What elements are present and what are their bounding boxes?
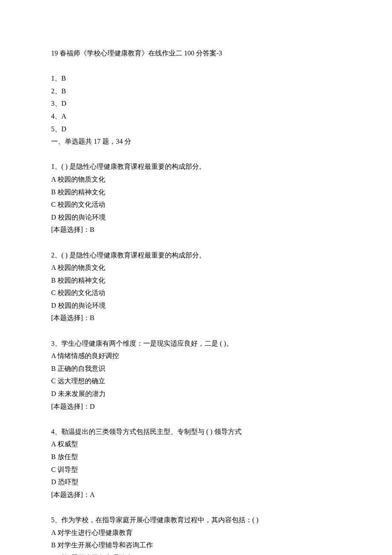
question-option: D 恐吓型 <box>51 476 341 489</box>
answer-num: 3、 <box>51 100 61 107</box>
question-answer: [本题选择]：A <box>51 489 341 501</box>
answer-letter: D <box>61 100 66 107</box>
question-block: 2、( ) 是隐性心理健康教育课程最重要的构成部分。 A 校园的物质文化 B 校… <box>51 249 341 325</box>
question-option: C 校园的文化活动 <box>51 286 341 299</box>
question-stem: 5、作为学校，在指导家庭开展心理健康教育过程中，其内容包括：( ) <box>51 514 341 526</box>
quick-answer-list: 1、B 2、B 3、D 4、A 5、D <box>51 72 341 135</box>
question-option: A 校园的物质文化 <box>51 173 341 186</box>
quick-answer-item: 4、A <box>51 110 341 123</box>
question-block: 5、作为学校，在指导家庭开展心理健康教育过程中，其内容包括：( ) A 对学生进… <box>51 514 341 555</box>
question-option: A 权威型 <box>51 438 341 451</box>
question-block: 1、( ) 是隐性心理健康教育课程最重要的构成部分。 A 校园的物质文化 B 校… <box>51 160 341 236</box>
question-option: D 校园的舆论环境 <box>51 299 341 312</box>
quick-answer-item: 5、D <box>51 123 341 136</box>
question-option: C 训导型 <box>51 463 341 476</box>
question-answer: [本题选择]：B <box>51 312 341 324</box>
question-stem: 4、勒温提出的三类领导方式包括民主型、专制型与 ( ) 领导方式 <box>51 425 341 438</box>
section-header: 一、单选题共 17 题，34 分 <box>51 135 341 148</box>
question-block: 3、学生心理健康有两个维度：一是现实适应良好，二是 ( )。 A 情绪情感的良好… <box>51 337 341 413</box>
answer-letter: B <box>61 87 66 95</box>
question-option: A 情绪情感的良好调控 <box>51 350 341 362</box>
quick-answer-item: 3、D <box>51 97 341 110</box>
question-stem: 2、( ) 是隐性心理健康教育课程最重要的构成部分。 <box>51 249 341 262</box>
answer-num: 4、 <box>51 113 61 120</box>
answer-letter: B <box>61 75 66 82</box>
document-title: 19 春福师《学校心理健康教育》在线作业二 100 分答案-3 <box>51 47 341 60</box>
answer-letter: A <box>61 113 66 120</box>
quick-answer-item: 2、B <box>51 85 341 98</box>
question-option: A 校园的物质文化 <box>51 261 341 274</box>
question-option: B 校园的精神文化 <box>51 186 341 199</box>
question-option: D 未来发展的潜力 <box>51 387 341 400</box>
question-option: A 对学生进行心理健康教育 <box>51 526 341 539</box>
question-option: B 校园的精神文化 <box>51 274 341 287</box>
question-option: B 对学生开展心理辅导和咨询工作 <box>51 539 341 552</box>
answer-num: 2、 <box>51 87 61 95</box>
question-option: B 放任型 <box>51 451 341 463</box>
question-option: B 正确的自我意识 <box>51 362 341 375</box>
question-option: C 远大理想的确立 <box>51 375 341 387</box>
question-stem: 1、( ) 是隐性心理健康教育课程最重要的构成部分。 <box>51 160 341 173</box>
answer-num: 1、 <box>51 75 61 82</box>
question-answer: [本题选择]：D <box>51 400 341 413</box>
question-option: D 校园的舆论环境 <box>51 211 341 224</box>
question-option: C 校园的文化活动 <box>51 198 341 211</box>
question-option: C 对问题学生进行心理治疗 <box>51 552 341 555</box>
question-block: 4、勒温提出的三类领导方式包括民主型、专制型与 ( ) 领导方式 A 权威型 B… <box>51 425 341 501</box>
question-stem: 3、学生心理健康有两个维度：一是现实适应良好，二是 ( )。 <box>51 337 341 350</box>
question-answer: [本题选择]：B <box>51 223 341 236</box>
answer-letter: D <box>61 125 66 133</box>
answer-num: 5、 <box>51 125 61 133</box>
quick-answer-item: 1、B <box>51 72 341 85</box>
